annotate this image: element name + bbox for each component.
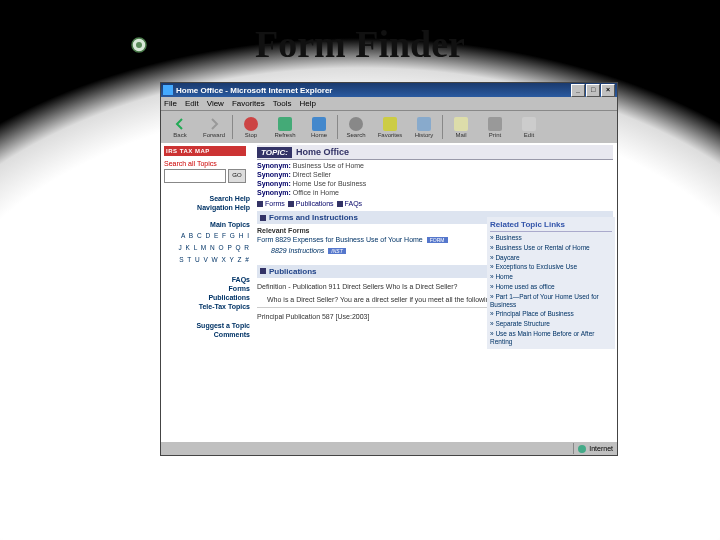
refresh-button[interactable]: Refresh (268, 113, 302, 141)
menu-help[interactable]: Help (299, 99, 315, 108)
topic-header: TOPIC: Home Office (257, 145, 613, 160)
irs-logo: IRS TAX MAP (164, 146, 246, 156)
ie-icon (163, 85, 173, 95)
related-link[interactable]: » Business (490, 234, 612, 242)
alpha-row-3[interactable]: S T U V W X Y Z # (164, 255, 250, 264)
related-link[interactable]: » Home (490, 273, 612, 281)
related-link[interactable]: » Separate Structure (490, 320, 612, 328)
tab-faqs[interactable]: FAQs (337, 200, 363, 207)
slide-title: Form Finder (0, 22, 720, 66)
main-content: TOPIC: Home Office Synonym: Business Use… (253, 143, 617, 441)
anchor-tabs: Forms Publications FAQs (257, 200, 613, 207)
search-input[interactable] (164, 169, 226, 183)
synonym-4: Office in Home (293, 189, 339, 196)
tab-pubs[interactable]: Publications (288, 200, 334, 207)
print-button[interactable]: Print (478, 113, 512, 141)
forms-link[interactable]: Forms (164, 285, 250, 292)
nav-help-link[interactable]: Navigation Help (164, 204, 250, 211)
suggest-link[interactable]: Suggest a Topic (164, 322, 250, 329)
main-topics-hdr: Main Topics (164, 221, 250, 228)
edit-button[interactable]: Edit (512, 113, 546, 141)
alpha-row-2[interactable]: J K L M N O P Q R (164, 243, 250, 252)
toolbar: Back Forward Stop Refresh Home Search Fa… (161, 111, 617, 144)
titlebar: Home Office - Microsoft Internet Explore… (161, 83, 617, 97)
related-link[interactable]: » Home used as office (490, 283, 612, 291)
status-zone: Internet (573, 443, 617, 454)
home-button[interactable]: Home (302, 113, 336, 141)
topic-value: Home Office (296, 147, 349, 157)
search-label: Search all Topics (164, 160, 250, 167)
menu-file[interactable]: File (164, 99, 177, 108)
topic-label: TOPIC: (257, 147, 292, 158)
related-hdr: Related Topic Links (490, 220, 612, 232)
teletax-link[interactable]: Tele-Tax Topics (164, 303, 250, 310)
related-link[interactable]: » Business Use or Rental of Home (490, 244, 612, 252)
stop-button[interactable]: Stop (234, 113, 268, 141)
related-link[interactable]: » Part 1—Part of Your Home Used for Busi… (490, 293, 612, 309)
pubs-link[interactable]: Publications (164, 294, 250, 301)
mail-button[interactable]: Mail (444, 113, 478, 141)
menu-favorites[interactable]: Favorites (232, 99, 265, 108)
globe-icon (578, 445, 586, 453)
go-button[interactable]: GO (228, 169, 246, 183)
menu-edit[interactable]: Edit (185, 99, 199, 108)
search-help-link[interactable]: Search Help (164, 195, 250, 202)
synonym-1: Business Use of Home (293, 162, 364, 169)
minimize-button[interactable]: _ (571, 84, 585, 97)
faqs-link[interactable]: FAQs (164, 276, 250, 283)
search-button[interactable]: Search (339, 113, 373, 141)
related-link[interactable]: » Exceptions to Exclusive Use (490, 263, 612, 271)
close-button[interactable]: × (601, 84, 615, 97)
related-link[interactable]: » Use as Main Home Before or After Renti… (490, 330, 612, 346)
sidebar: IRS TAX MAP Search all Topics GO Search … (161, 143, 253, 441)
tab-forms[interactable]: Forms (257, 200, 285, 207)
maximize-button[interactable]: □ (586, 84, 600, 97)
related-link[interactable]: » Daycare (490, 254, 612, 262)
synonym-2: Direct Seller (293, 171, 331, 178)
synonym-3: Home Use for Business (293, 180, 367, 187)
history-button[interactable]: History (407, 113, 441, 141)
forward-button[interactable]: Forward (197, 113, 231, 141)
favorites-button[interactable]: Favorites (373, 113, 407, 141)
alpha-row-1[interactable]: A B C D E F G H I (164, 231, 250, 240)
back-button[interactable]: Back (163, 113, 197, 141)
comments-link[interactable]: Comments (164, 331, 250, 338)
browser-window: Home Office - Microsoft Internet Explore… (160, 82, 618, 456)
related-link[interactable]: » Principal Place of Business (490, 310, 612, 318)
menu-tools[interactable]: Tools (273, 99, 292, 108)
menu-view[interactable]: View (207, 99, 224, 108)
related-panel: Related Topic Links » Business » Busines… (487, 217, 615, 349)
window-title: Home Office - Microsoft Internet Explore… (176, 86, 571, 95)
statusbar: Internet (161, 441, 617, 455)
menubar: File Edit View Favorites Tools Help (161, 97, 617, 111)
